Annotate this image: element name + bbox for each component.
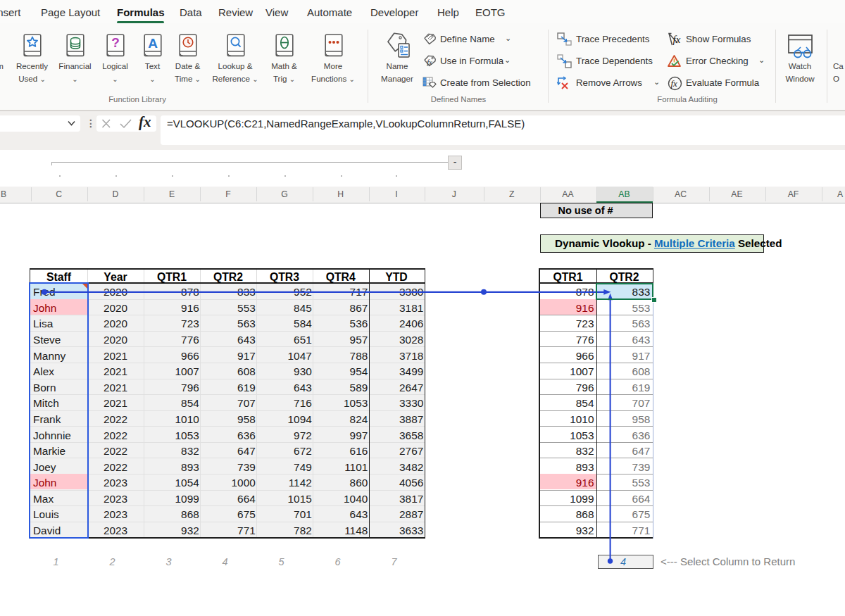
svg-text:fx: fx	[671, 78, 678, 89]
svg-text:?: ?	[111, 35, 120, 50]
svg-text:A: A	[148, 35, 158, 50]
svg-text:fx: fx	[427, 58, 432, 66]
svg-text:fx: fx	[673, 34, 681, 45]
